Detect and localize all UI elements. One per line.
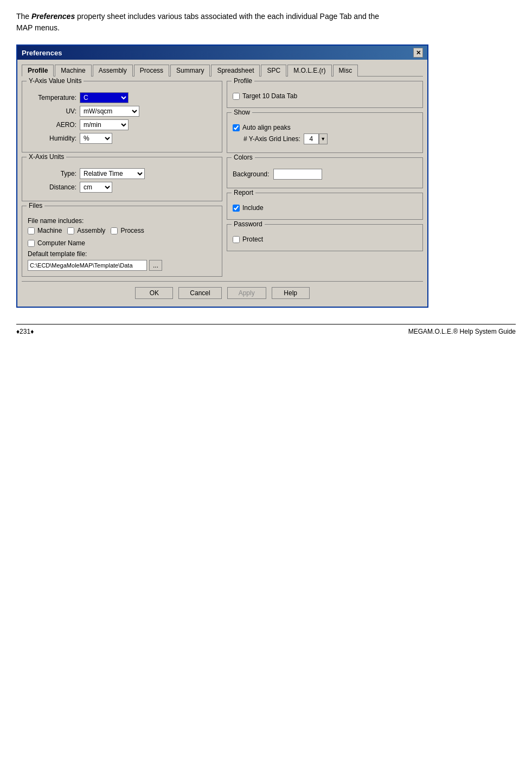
temperature-select[interactable]: C F <box>80 92 129 103</box>
include-checkbox-label[interactable]: Include <box>233 204 417 212</box>
grid-lines-arrow[interactable]: ▼ <box>319 133 328 144</box>
y-axis-group: Y-Axis Value Units Temperature: C F <box>22 81 222 152</box>
dialog-titlebar: Preferences ✕ <box>17 46 427 60</box>
content-area: Y-Axis Value Units Temperature: C F <box>22 81 423 277</box>
type-select[interactable]: Relative Time Absolute Time <box>80 168 145 179</box>
tabs-row: Profile Machine Assembly Process Summary… <box>22 64 423 77</box>
tab-machine[interactable]: Machine <box>55 65 91 77</box>
grid-lines-label: # Y-Axis Grid Lines: <box>243 135 300 143</box>
show-group: Show Auto align peaks # Y-Axis Grid Line… <box>227 112 423 153</box>
process-checkbox[interactable] <box>111 227 118 234</box>
page-footer: ♦231♦ MEGAM.O.L.E.® Help System Guide <box>16 324 516 335</box>
assembly-checkbox-label[interactable]: Assembly <box>67 227 105 234</box>
auto-align-label[interactable]: Auto align peaks <box>233 124 417 131</box>
x-axis-content: Type: Relative Time Absolute Time Distan… <box>28 168 216 193</box>
password-legend: Password <box>232 220 265 228</box>
uv-label: UV: <box>28 107 76 115</box>
files-content: File name includes: Machine Assembly <box>28 217 216 271</box>
tab-misc[interactable]: Misc <box>333 65 358 77</box>
password-content: Protect <box>233 236 417 243</box>
template-path-input[interactable] <box>28 260 147 271</box>
protect-checkbox-label[interactable]: Protect <box>233 236 417 243</box>
footer-left: ♦231♦ <box>16 328 34 335</box>
distance-select[interactable]: cm in <box>80 182 112 193</box>
help-button[interactable]: Help <box>272 287 310 299</box>
tab-mole[interactable]: M.O.L.E.(r) <box>287 65 331 77</box>
preferences-dialog: Preferences ✕ Profile Machine Assembly P… <box>16 44 428 308</box>
show-legend: Show <box>232 109 252 116</box>
ok-button[interactable]: OK <box>135 287 173 299</box>
y-axis-legend: Y-Axis Value Units <box>27 77 84 85</box>
cancel-button[interactable]: Cancel <box>178 287 221 299</box>
assembly-label: Assembly <box>77 227 105 234</box>
computer-name-checkbox-label[interactable]: Computer Name <box>28 239 216 247</box>
humidity-select-wrapper: % <box>80 133 112 144</box>
uv-row: UV: mW/sqcm <box>28 106 216 117</box>
background-color-swatch[interactable] <box>273 169 322 180</box>
include-label: Include <box>242 204 264 212</box>
intro-paragraph: The Preferences property sheet includes … <box>16 11 396 34</box>
distance-label: Distance: <box>28 183 76 191</box>
preferences-bold: Preferences <box>31 12 75 21</box>
machine-label: Machine <box>37 227 62 234</box>
background-label: Background: <box>233 170 269 178</box>
humidity-row: Humidity: % <box>28 133 216 144</box>
aero-row: AERO: m/min <box>28 119 216 130</box>
computer-name-checkbox[interactable] <box>28 240 35 247</box>
right-panel: Profile Target 10 Data Tab Show <box>227 81 423 277</box>
include-checkbox[interactable] <box>233 205 240 212</box>
machine-checkbox[interactable] <box>28 227 35 234</box>
auto-align-checkbox[interactable] <box>233 124 240 131</box>
close-button[interactable]: ✕ <box>413 48 423 58</box>
type-row: Type: Relative Time Absolute Time <box>28 168 216 179</box>
type-label: Type: <box>28 170 76 177</box>
tab-process[interactable]: Process <box>134 65 169 77</box>
y-axis-content: Temperature: C F UV: <box>28 92 216 144</box>
grid-lines-input[interactable] <box>304 133 319 144</box>
report-content: Include <box>233 204 417 212</box>
process-label: Process <box>120 227 144 234</box>
target-checkbox[interactable] <box>233 93 240 100</box>
tab-assembly[interactable]: Assembly <box>93 65 133 77</box>
default-template-label: Default template file: <box>28 250 216 258</box>
humidity-select[interactable]: % <box>80 133 112 144</box>
x-axis-group: X-Axis Units Type: Relative Time Absolut… <box>22 157 222 201</box>
files-group: Files File name includes: Machine Assemb… <box>22 206 222 277</box>
profile-group: Profile Target 10 Data Tab <box>227 81 423 108</box>
tab-spreadsheet[interactable]: Spreadsheet <box>211 65 260 77</box>
colors-group: Colors Background: <box>227 157 423 188</box>
protect-checkbox[interactable] <box>233 236 240 243</box>
aero-select[interactable]: m/min <box>80 119 129 130</box>
type-select-wrapper: Relative Time Absolute Time <box>80 168 145 179</box>
tab-profile[interactable]: Profile <box>22 65 54 77</box>
show-content: Auto align peaks # Y-Axis Grid Lines: ▼ <box>233 124 417 144</box>
tab-spc[interactable]: SPC <box>261 65 286 77</box>
tab-summary[interactable]: Summary <box>170 65 210 77</box>
report-legend: Report <box>232 189 255 196</box>
profile-content: Target 10 Data Tab <box>233 92 417 100</box>
grid-lines-row: # Y-Axis Grid Lines: ▼ <box>243 133 417 144</box>
browse-button[interactable]: ... <box>149 260 162 271</box>
target-checkbox-label[interactable]: Target 10 Data Tab <box>233 92 417 100</box>
aero-label: AERO: <box>28 121 76 129</box>
x-axis-legend: X-Axis Units <box>27 153 66 161</box>
dialog-buttons: OK Cancel Apply Help <box>22 281 423 302</box>
humidity-label: Humidity: <box>28 135 76 142</box>
assembly-checkbox[interactable] <box>67 227 74 234</box>
dialog-body: Profile Machine Assembly Process Summary… <box>17 60 427 307</box>
template-row: ... <box>28 260 216 271</box>
apply-button[interactable]: Apply <box>227 287 266 299</box>
process-checkbox-label[interactable]: Process <box>111 227 144 234</box>
protect-label: Protect <box>242 236 263 243</box>
files-legend: Files <box>27 202 44 209</box>
colors-content: Background: <box>233 169 417 180</box>
auto-align-text: Auto align peaks <box>242 124 291 131</box>
temperature-row: Temperature: C F <box>28 92 216 103</box>
machine-checkbox-label[interactable]: Machine <box>28 227 62 234</box>
target-label: Target 10 Data Tab <box>242 92 297 100</box>
aero-select-wrapper: m/min <box>80 119 129 130</box>
distance-row: Distance: cm in <box>28 182 216 193</box>
uv-select[interactable]: mW/sqcm <box>80 106 139 117</box>
footer-right: MEGAM.O.L.E.® Help System Guide <box>408 328 516 335</box>
temperature-select-wrapper: C F <box>80 92 129 103</box>
